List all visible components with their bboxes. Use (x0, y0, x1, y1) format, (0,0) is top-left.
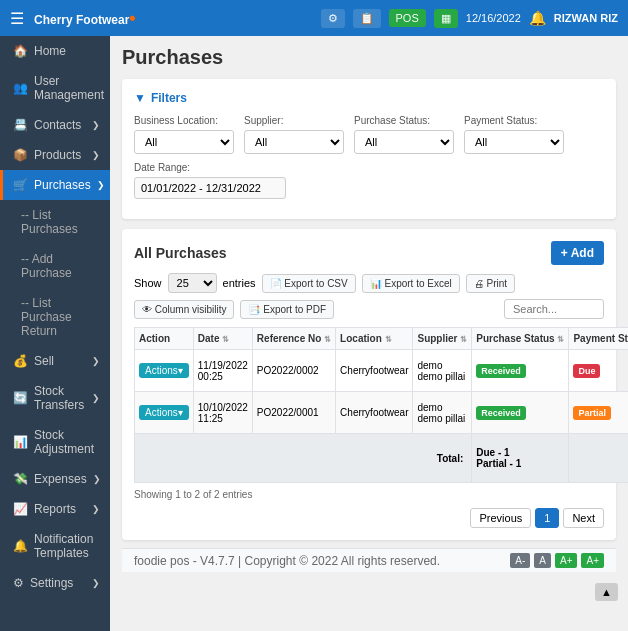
filter-icon: ▼ (134, 91, 146, 105)
sidebar-item-label: Purchases (34, 178, 91, 192)
sidebar-item-label: Reports (34, 502, 76, 516)
sidebar-item-list-purchase-return[interactable]: -- List Purchase Return (0, 288, 110, 346)
sidebar-item-reports[interactable]: 📈 Reports ❯ (0, 494, 110, 524)
table-row: Actions▾ 10/10/202211:25 PO2022/0001 Che… (135, 392, 629, 434)
purchases-table: Action Date ⇅ Reference No ⇅ Location ⇅ … (134, 327, 628, 483)
status-badge-received-2: Received (476, 406, 526, 420)
filter-row-2: Date Range: (134, 162, 604, 199)
main-layout: 🏠 Home 👥 User Management ❯ 📇 Contacts ❯ … (0, 36, 628, 631)
table-card: All Purchases + Add Show 25 50 100 entri… (122, 229, 616, 540)
sidebar-item-settings[interactable]: ⚙ Settings ❯ (0, 568, 110, 598)
filter-label-date-range: Date Range: (134, 162, 286, 173)
home-icon: 🏠 (13, 44, 28, 58)
sidebar-item-sell[interactable]: 💰 Sell ❯ (0, 346, 110, 376)
filter-input-date-range[interactable] (134, 177, 286, 199)
chevron-right-icon: ❯ (92, 578, 100, 588)
cell-action[interactable]: Actions▾ (135, 392, 194, 434)
brand-name: Cherry Footwear• (34, 8, 136, 29)
filter-label-payment-status: Payment Status: (464, 115, 564, 126)
entries-select[interactable]: 25 50 100 (168, 273, 217, 293)
sidebar-item-label: -- List Purchase Return (21, 296, 100, 338)
col-payment-status[interactable]: Payment Status ⇅ (569, 328, 628, 350)
next-page-btn[interactable]: Next (563, 508, 604, 528)
sidebar-item-stock-adjustment[interactable]: 📊 Stock Adjustment (0, 420, 110, 464)
search-input[interactable] (504, 299, 604, 319)
chevron-right-icon: ❯ (92, 504, 100, 514)
nav-left: ☰ Cherry Footwear• (10, 8, 136, 29)
font-large-btn[interactable]: A+ (581, 553, 604, 568)
table-title: All Purchases (134, 245, 227, 261)
pos-nav-btn[interactable]: POS (389, 9, 426, 27)
nav-user: RIZWAN RIZ (554, 12, 618, 24)
export-pdf-btn[interactable]: 📑 Export to PDF (240, 300, 334, 319)
sidebar-item-label: Expenses (34, 472, 87, 486)
hamburger-icon[interactable]: ☰ (10, 9, 24, 28)
total-row: Total: Due - 1Partial - 1 ₹19,800.00 Pur… (135, 434, 629, 483)
filter-label-supplier: Supplier: (244, 115, 344, 126)
sidebar-item-notification-templates[interactable]: 🔔 Notification Templates (0, 524, 110, 568)
sidebar-item-label: -- List Purchases (21, 208, 100, 236)
status-badge-received: Received (476, 364, 526, 378)
prev-page-btn[interactable]: Previous (470, 508, 531, 528)
total-label: Total: (135, 434, 472, 483)
sidebar-item-label: Sell (34, 354, 54, 368)
filter-group-date-range: Date Range: (134, 162, 286, 199)
adjustment-icon: 📊 (13, 435, 28, 449)
sidebar-item-expenses[interactable]: 💸 Expenses ❯ (0, 464, 110, 494)
bell-icon[interactable]: 🔔 (529, 10, 546, 26)
scroll-top-btn[interactable]: ▲ (595, 583, 618, 601)
chevron-right-icon: ❯ (92, 150, 100, 160)
sidebar-item-list-purchases[interactable]: -- List Purchases (0, 200, 110, 244)
filter-row-1: Business Location: All Supplier: All Pur… (134, 115, 604, 154)
sidebar-item-home[interactable]: 🏠 Home (0, 36, 110, 66)
filter-label-location: Business Location: (134, 115, 234, 126)
export-csv-btn[interactable]: 📄 Export to CSV (262, 274, 356, 293)
sidebar-item-label: User Management (34, 74, 104, 102)
chevron-right-icon: ❯ (92, 393, 100, 403)
sidebar-item-add-purchase[interactable]: -- Add Purchase (0, 244, 110, 288)
print-btn[interactable]: 🖨 Print (466, 274, 515, 293)
filter-select-payment-status[interactable]: All (464, 130, 564, 154)
current-page-btn[interactable]: 1 (535, 508, 559, 528)
col-purchase-status[interactable]: Purchase Status ⇅ (472, 328, 569, 350)
cell-purchase-status: Received (472, 350, 569, 392)
export-excel-btn[interactable]: 📊 Export to Excel (362, 274, 460, 293)
table-head: Action Date ⇅ Reference No ⇅ Location ⇅ … (135, 328, 629, 350)
sidebar-item-label: Settings (30, 576, 73, 590)
cell-action[interactable]: Actions▾ (135, 350, 194, 392)
sidebar-item-label: -- Add Purchase (21, 252, 100, 280)
filter-card: ▼ Filters Business Location: All Supplie… (122, 79, 616, 219)
cell-supplier: demo demo pillai (413, 392, 472, 434)
col-supplier[interactable]: Supplier ⇅ (413, 328, 472, 350)
add-button[interactable]: + Add (551, 241, 604, 265)
products-icon: 📦 (13, 148, 28, 162)
col-reference[interactable]: Reference No ⇅ (252, 328, 335, 350)
filter-select-location[interactable]: All (134, 130, 234, 154)
col-date[interactable]: Date ⇅ (193, 328, 252, 350)
settings-icon: ⚙ (13, 576, 24, 590)
cell-purchase-status: Received (472, 392, 569, 434)
filter-select-supplier[interactable]: All (244, 130, 344, 154)
filter-select-purchase-status[interactable]: All (354, 130, 454, 154)
sidebar-item-products[interactable]: 📦 Products ❯ (0, 140, 110, 170)
chart-nav-btn[interactable]: ▦ (434, 9, 458, 28)
footer-text: foodie pos - V4.7.7 | Copyright © 2022 A… (134, 554, 440, 568)
settings-nav-btn[interactable]: ⚙ (321, 9, 345, 28)
sidebar-item-user-management[interactable]: 👥 User Management ❯ (0, 66, 110, 110)
sidebar-item-stock-transfers[interactable]: 🔄 Stock Transfers ❯ (0, 376, 110, 420)
font-normal-btn[interactable]: A (534, 553, 551, 568)
sidebar-item-purchases[interactable]: 🛒 Purchases ❯ (0, 170, 110, 200)
sidebar-item-label: Products (34, 148, 81, 162)
font-increase-btn[interactable]: A+ (555, 553, 578, 568)
entries-label: entries (223, 277, 256, 289)
action-btn-1[interactable]: Actions▾ (139, 363, 189, 378)
column-visibility-btn[interactable]: 👁 Column visibility (134, 300, 234, 319)
cell-reference: PO2022/0002 (252, 350, 335, 392)
action-btn-2[interactable]: Actions▾ (139, 405, 189, 420)
font-decrease-btn[interactable]: A- (510, 553, 530, 568)
clipboard-nav-btn[interactable]: 📋 (353, 9, 381, 28)
main-content: Purchases ▼ Filters Business Location: A… (110, 36, 628, 631)
sidebar-item-contacts[interactable]: 📇 Contacts ❯ (0, 110, 110, 140)
page-title: Purchases (122, 46, 616, 69)
col-location[interactable]: Location ⇅ (336, 328, 413, 350)
